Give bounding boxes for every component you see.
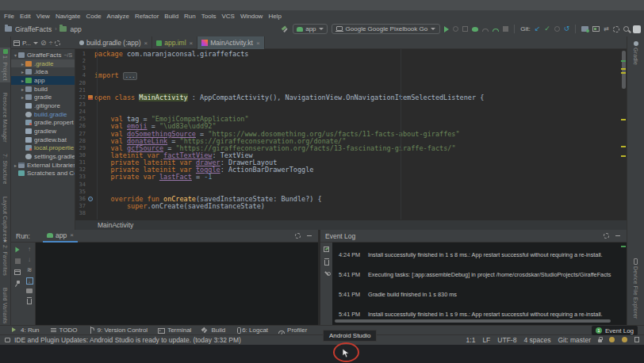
horizontal-scrollbar[interactable] [335, 319, 611, 323]
git-update-icon[interactable]: ↙ [535, 25, 541, 32]
tree-item-external-libraries[interactable]: ▸External Libraries [11, 161, 75, 170]
stop-button[interactable] [15, 258, 21, 264]
up-stack-icon[interactable]: ↑ [28, 246, 31, 253]
menu-analyze[interactable]: Analyze [107, 13, 129, 20]
event-log-balloon[interactable]: 1 Event Log [592, 326, 638, 335]
collapse-all-icon[interactable]: ÷ [49, 40, 53, 47]
tree-item-gitignore[interactable]: .gitignore [11, 101, 75, 110]
stripe-item-2-favorites[interactable]: ★2: Favorites [2, 236, 8, 277]
coverage-icon[interactable] [462, 26, 468, 32]
tree-item-gradlew[interactable]: gradlew [11, 127, 75, 136]
stripe-item-layout-captures[interactable]: Layout Captures [2, 195, 8, 241]
editor-scrollbar[interactable] [620, 49, 627, 220]
restore-layout-icon[interactable] [14, 269, 21, 275]
git-branch[interactable]: Git: master [558, 336, 591, 344]
project-view-select[interactable]: P... [22, 40, 31, 47]
soft-wrap-icon[interactable]: ≋ [27, 267, 33, 273]
run-button[interactable] [444, 26, 449, 32]
settings-wrench-icon[interactable] [324, 272, 330, 278]
toolwindow-4-run[interactable]: 4: Run [11, 327, 40, 334]
code-editor[interactable]: 1package com.naranjaconsal.giraffefacts2… [75, 49, 627, 220]
feedback-smiley-icon[interactable] [609, 337, 615, 342]
rerun-button[interactable] [15, 247, 19, 253]
menu-refactor[interactable]: Refactor [135, 13, 159, 20]
git-rollback-icon[interactable]: ↺ [564, 25, 570, 32]
tree-item-gradle[interactable]: ▸gradle [11, 93, 75, 101]
minimize-icon[interactable] [615, 235, 620, 237]
edit-filters-icon[interactable] [324, 246, 329, 252]
chevron-down-icon[interactable] [33, 42, 38, 44]
tree-item-gradle[interactable]: ▸.gradle [11, 59, 75, 68]
toolwindow-todo[interactable]: TODO [50, 327, 78, 334]
toolwindow-profiler[interactable]: Profiler [278, 327, 307, 334]
toolwindow-6-logcat[interactable]: 6: Logcat [236, 327, 268, 334]
tab-app-iml[interactable]: app.iml× [152, 36, 197, 49]
toolwindow-terminal[interactable]: Terminal [158, 327, 191, 334]
run-tab-app[interactable]: app × [43, 230, 78, 243]
clear-all-icon[interactable] [324, 260, 329, 266]
git-history-icon[interactable] [554, 26, 560, 32]
editor-breadcrumb[interactable]: MainActivity [98, 221, 133, 229]
menu-build[interactable]: Build [164, 13, 178, 20]
stripe-item-device-file-explorer[interactable]: Device File Explorer [633, 257, 638, 321]
event-log-entries[interactable]: 4:24 PMInstall successfully finished in … [332, 243, 627, 325]
menu-edit[interactable]: Edit [20, 13, 31, 20]
menu-window[interactable]: Window [240, 13, 263, 20]
pin-icon[interactable] [15, 281, 21, 286]
tree-item-local-propertie[interactable]: local.propertie [11, 144, 75, 153]
tree-item-settings-gradle[interactable]: settings.gradle [11, 152, 75, 161]
profile-icon[interactable] [633, 25, 641, 33]
menu-code[interactable]: Code [86, 13, 101, 20]
lock-icon[interactable] [598, 339, 602, 342]
menu-help[interactable]: Help [268, 13, 281, 20]
tree-item-scratches-and-co[interactable]: Scratches and Co [11, 170, 75, 178]
tree-item-app[interactable]: ▸app [11, 76, 75, 85]
breadcrumb-module[interactable]: app [70, 25, 81, 33]
menu-vcs[interactable]: VCS [221, 13, 234, 20]
stripe-item-build-variants[interactable]: Build Variants [2, 286, 8, 325]
close-icon[interactable]: × [70, 231, 74, 239]
breadcrumb-project[interactable]: GiraffeFacts [15, 25, 52, 33]
clear-icon[interactable] [27, 299, 32, 304]
tree-item-giraffefacts[interactable]: ▾GiraffeFacts~/S [11, 51, 75, 59]
print-icon[interactable] [26, 288, 33, 293]
toolwindow-build[interactable]: Build [201, 327, 225, 334]
profile-app-icon[interactable] [493, 29, 499, 32]
scroll-to-end-icon[interactable]: ↓ [26, 277, 33, 285]
build-hammer-icon[interactable] [282, 25, 289, 32]
menu-view[interactable]: View [36, 13, 50, 20]
notification-icon[interactable] [5, 338, 10, 342]
search-everywhere-icon[interactable] [623, 26, 629, 32]
toolwindow-9-version-control[interactable]: 9: Version Control [88, 327, 148, 334]
caret-position[interactable]: 1:1 [466, 336, 476, 344]
tree-item-gradlew-bat[interactable]: gradlew.bat [11, 136, 75, 144]
device-manager-icon[interactable] [581, 26, 588, 32]
gradle-sync-icon[interactable]: ⇄ [604, 26, 609, 32]
minimize-icon[interactable] [307, 235, 312, 237]
stop-button[interactable] [503, 26, 508, 32]
sdk-manager-icon[interactable] [613, 26, 619, 32]
debug-button[interactable] [472, 27, 478, 32]
tab-mainactivity-kt[interactable]: MainActivity.kt× [197, 36, 264, 49]
stripe-item-7-structure[interactable]: 7: Structure [2, 152, 8, 186]
stripe-item-1-project[interactable]: 1: Project [0, 48, 10, 82]
tree-item-idea[interactable]: ▸.idea [11, 67, 75, 76]
gear-icon[interactable] [295, 233, 301, 239]
tree-item-build[interactable]: ▸build [11, 85, 75, 94]
menu-file[interactable]: File [4, 13, 14, 20]
close-icon[interactable]: × [144, 40, 148, 47]
hide-icon[interactable]: ⊘ [40, 40, 47, 47]
apply-changes-icon[interactable] [453, 26, 458, 32]
memory-indicator-icon[interactable] [634, 337, 639, 342]
run-configuration-select[interactable]: app [293, 24, 327, 34]
menu-navigate[interactable]: Navigate [56, 13, 81, 20]
encoding[interactable]: UTF-8 [497, 336, 516, 344]
tab-build-gradle-app[interactable]: build.gradle (:app)× [75, 36, 152, 49]
stripe-item-resource-manager[interactable]: Resource Manager [2, 91, 8, 144]
menu-run[interactable]: Run [184, 13, 196, 20]
profiler-icon[interactable] [482, 29, 489, 32]
device-select[interactable]: Google Google Pixelbook Go [332, 24, 441, 34]
down-stack-icon[interactable]: ↓ [28, 257, 31, 263]
menu-tools[interactable]: Tools [201, 13, 217, 20]
tree-item-gradle-propert[interactable]: gradle.propert [11, 119, 75, 128]
